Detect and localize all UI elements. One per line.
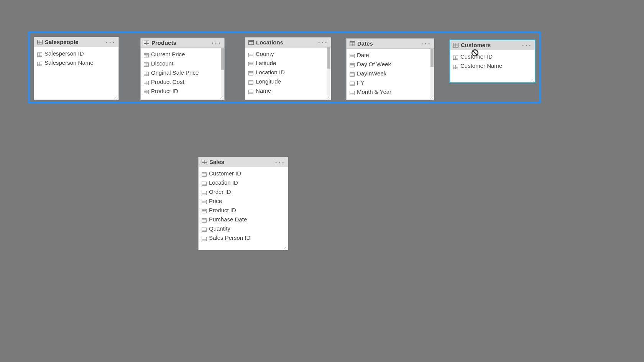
- field-label: Sales Person ID: [209, 234, 250, 241]
- table-body: Customer IDLocation IDOrder IDPriceProdu…: [199, 167, 288, 250]
- column-icon: [248, 70, 253, 74]
- table-body: Customer IDCustomer Name: [450, 50, 535, 82]
- column-icon: [202, 217, 207, 221]
- field-row[interactable]: Order ID: [199, 187, 288, 196]
- field-row[interactable]: County: [245, 49, 331, 58]
- column-icon: [202, 180, 207, 185]
- table-card-dates[interactable]: Dates• • •DateDay Of WeekDayInWeekFYMont…: [346, 38, 434, 100]
- field-row[interactable]: Purchase Date: [199, 215, 288, 224]
- table-header-sales[interactable]: Sales• • •: [199, 157, 288, 167]
- field-label: Customer Name: [460, 62, 502, 69]
- field-row[interactable]: Date: [347, 50, 434, 59]
- column-icon: [248, 61, 253, 65]
- field-row[interactable]: Discount: [141, 59, 224, 68]
- field-row[interactable]: Latitude: [245, 58, 331, 67]
- field-row[interactable]: Product Cost: [141, 77, 224, 86]
- field-row[interactable]: Customer ID: [199, 169, 288, 178]
- resize-grip-icon[interactable]: [283, 245, 287, 249]
- scrollbar-thumb[interactable]: [327, 48, 330, 69]
- field-row[interactable]: Sales Person ID: [199, 233, 288, 242]
- field-row[interactable]: Name: [245, 86, 331, 95]
- column-icon: [144, 52, 149, 56]
- table-body: DateDay Of WeekDayInWeekFYMonth & Year: [347, 49, 434, 100]
- field-row[interactable]: Customer ID: [450, 52, 535, 61]
- field-row[interactable]: Original Sale Price: [141, 68, 224, 77]
- field-row[interactable]: Current Price: [141, 49, 224, 59]
- field-label: Order ID: [209, 188, 231, 195]
- field-row[interactable]: Day Of Week: [347, 59, 434, 69]
- table-header-salespeople[interactable]: Salespeople• • •: [34, 37, 118, 47]
- field-label: FY: [357, 79, 364, 86]
- scrollbar-thumb[interactable]: [221, 48, 224, 70]
- column-icon: [202, 236, 207, 240]
- column-icon: [453, 64, 458, 68]
- column-icon: [144, 61, 149, 66]
- table-title: Locations: [256, 39, 317, 46]
- table-body: Salesperson IDSalesperson Name: [34, 47, 118, 100]
- table-header-dates[interactable]: Dates• • •: [347, 39, 434, 49]
- table-card-sales[interactable]: Sales• • •Customer IDLocation IDOrder ID…: [198, 157, 288, 250]
- field-row[interactable]: Price: [199, 196, 288, 205]
- field-row[interactable]: Month & Year: [347, 87, 434, 96]
- column-icon: [37, 51, 42, 56]
- more-options-icon[interactable]: • • •: [211, 41, 221, 45]
- more-options-icon[interactable]: • • •: [421, 41, 431, 46]
- field-label: Current Price: [151, 51, 185, 57]
- table-header-customers[interactable]: Customers• • •: [450, 40, 535, 50]
- field-label: Product Cost: [151, 79, 184, 85]
- column-icon: [350, 53, 355, 57]
- table-icon: [453, 43, 458, 48]
- table-body: CountyLatitudeLocation IDLongitudeName: [245, 48, 331, 100]
- scrollbar-thumb[interactable]: [430, 49, 434, 67]
- field-label: Latitude: [256, 60, 276, 66]
- field-label: Quantity: [209, 225, 230, 232]
- table-card-products[interactable]: Products• • •Current PriceDiscountOrigin…: [140, 38, 225, 100]
- resize-grip-icon[interactable]: [530, 78, 534, 82]
- resize-grip-icon[interactable]: [429, 95, 433, 99]
- field-label: Salesperson ID: [44, 50, 84, 57]
- field-row[interactable]: DayInWeek: [347, 69, 434, 78]
- resize-grip-icon[interactable]: [220, 95, 223, 99]
- table-header-locations[interactable]: Locations• • •: [245, 38, 331, 48]
- more-options-icon[interactable]: • • •: [317, 40, 328, 45]
- field-row[interactable]: Product ID: [141, 86, 224, 95]
- field-row[interactable]: Product ID: [199, 205, 288, 215]
- field-row[interactable]: Quantity: [199, 224, 288, 233]
- column-icon: [453, 54, 458, 59]
- table-card-salespeople[interactable]: Salespeople• • •Salesperson IDSalesperso…: [34, 37, 119, 100]
- field-row[interactable]: Salesperson Name: [34, 58, 118, 67]
- column-icon: [350, 71, 355, 75]
- field-label: Day Of Week: [357, 61, 391, 67]
- table-title: Customers: [461, 42, 521, 48]
- column-icon: [350, 62, 355, 66]
- table-icon: [350, 41, 355, 46]
- table-card-customers[interactable]: Customers• • •Customer IDCustomer Name: [449, 39, 536, 83]
- resize-grip-icon[interactable]: [114, 95, 118, 99]
- field-label: Original Sale Price: [151, 69, 199, 76]
- field-row[interactable]: FY: [347, 78, 434, 87]
- table-header-products[interactable]: Products• • •: [141, 38, 224, 48]
- column-icon: [202, 226, 207, 231]
- field-label: Longitude: [256, 78, 281, 85]
- column-icon: [144, 80, 149, 84]
- column-icon: [202, 190, 207, 194]
- field-label: DayInWeek: [357, 70, 386, 77]
- column-icon: [248, 52, 253, 56]
- resize-grip-icon[interactable]: [326, 95, 330, 99]
- more-options-icon[interactable]: • • •: [105, 40, 115, 44]
- column-icon: [202, 199, 207, 203]
- field-label: Price: [209, 198, 222, 204]
- field-row[interactable]: Location ID: [199, 178, 288, 187]
- table-card-locations[interactable]: Locations• • •CountyLatitudeLocation IDL…: [245, 37, 331, 100]
- field-row[interactable]: Customer Name: [450, 61, 535, 70]
- table-title: Dates: [357, 40, 421, 47]
- field-row[interactable]: Salesperson ID: [34, 49, 118, 58]
- field-label: Month & Year: [357, 88, 391, 95]
- more-options-icon[interactable]: • • •: [274, 160, 285, 164]
- field-row[interactable]: Longitude: [245, 77, 331, 86]
- table-title: Salespeople: [45, 39, 105, 45]
- more-options-icon[interactable]: • • •: [521, 43, 532, 48]
- field-row[interactable]: Location ID: [245, 67, 331, 77]
- field-label: Product ID: [151, 88, 178, 94]
- field-label: Location ID: [209, 179, 238, 186]
